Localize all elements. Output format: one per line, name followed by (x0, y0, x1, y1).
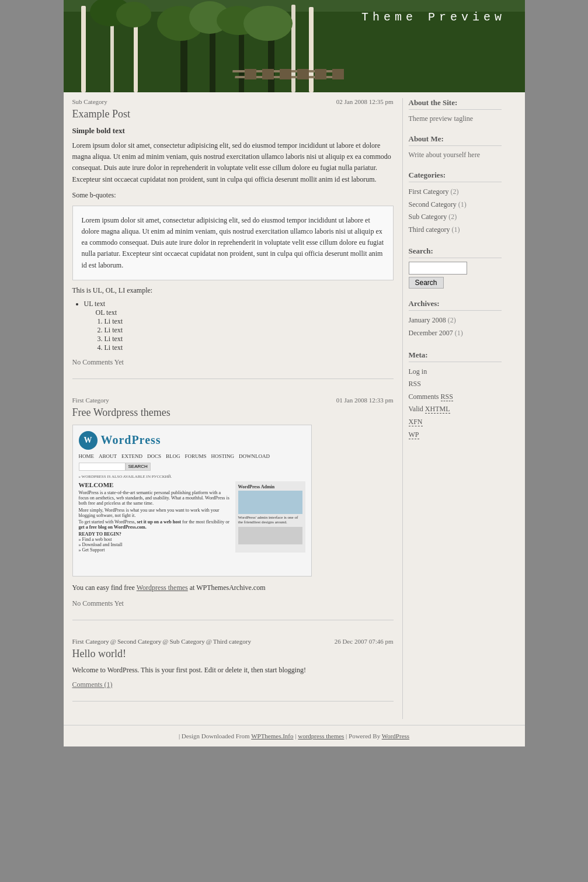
post-blockquote: Lorem ipsum dolor sit amet, consectetur … (72, 206, 394, 280)
site-footer: | Design Downloaded From WPThemes.Info |… (64, 725, 525, 746)
meta-xfn[interactable]: XFN (409, 416, 502, 429)
wp-ready: READY TO BEGIN? (79, 532, 231, 537)
meta-comments-rss[interactable]: Comments RSS (409, 391, 502, 404)
wp-search[interactable]: SEARCH (79, 463, 151, 471)
wp-admin-img (238, 491, 302, 514)
wp-tagline: » WORDPRESS IS ALSO AVAILABLE IN РУССКИЙ… (79, 474, 172, 479)
list-item: OL text (96, 308, 394, 317)
search-button[interactable]: Search (409, 277, 444, 289)
post-title-1[interactable]: Example Post (72, 108, 394, 120)
wp-left-content: WELCOME WordPress is a state-of-the-art … (79, 481, 231, 553)
search-input[interactable] (409, 262, 467, 275)
list-item: Li text (105, 326, 394, 335)
svg-rect-19 (245, 69, 256, 79)
search-section: Search: Search (409, 246, 502, 289)
meta-section: Meta: Log in RSS Comments RSS Valid XHTM… (409, 350, 502, 442)
main-content: Sub Category 02 Jan 2008 12:35 pm Exampl… (64, 98, 402, 719)
post-hello-world: First Category@ Second Category@ Sub Cat… (72, 638, 394, 702)
wp-admin-title: WordPress Admin (238, 484, 302, 489)
header-image: Theme Preview (64, 0, 525, 92)
post-body-text-2b: at WPThemesArchive.com (190, 584, 266, 592)
wp-search-button[interactable]: SEARCH (126, 463, 151, 471)
archive-jan2008[interactable]: January 2008 (2) (409, 314, 502, 327)
comments-link-3[interactable]: Comments (1) (72, 680, 394, 689)
post-bold-text: Simple bold text (72, 126, 394, 136)
wp-admin-desc: WordPress' admin interface is one of the… (238, 515, 302, 525)
wp-logo-row: W WordPress (79, 431, 161, 450)
footer-link2[interactable]: wordpress themes (298, 732, 344, 739)
about-me-heading: About Me: (409, 134, 502, 146)
post-date-2: 01 Jan 2008 12:33 pm (336, 397, 394, 404)
svg-point-14 (243, 6, 293, 41)
svg-rect-21 (280, 69, 291, 79)
post-date-1: 02 Jan 2008 12:35 pm (336, 98, 394, 105)
categories-heading: Categories: (409, 171, 502, 182)
post-title-3[interactable]: Hello world! (72, 648, 394, 660)
wp-steps: » Find a web host» Download and Install»… (79, 537, 231, 553)
wp-desc2: More simply, WordPress is what you use w… (79, 508, 231, 518)
post-category-1: Sub Category (72, 98, 107, 105)
wp-welcome: WELCOME (79, 481, 231, 488)
post-title-link-1[interactable]: Example Post (72, 108, 131, 120)
svg-rect-23 (315, 69, 326, 79)
cat-link-second[interactable]: Second Category (117, 638, 161, 645)
category-third[interactable]: Third category (1) (409, 224, 502, 237)
meta-login[interactable]: Log in (409, 366, 502, 379)
svg-text:Theme Preview: Theme Preview (361, 11, 506, 24)
no-comments-1: No Comments Yet (72, 358, 394, 367)
archives-heading: Archives: (409, 299, 502, 311)
category-first[interactable]: First Category (2) (409, 186, 502, 199)
post-title-2[interactable]: Free Wordpress themes (72, 407, 394, 419)
wp-theme-img (238, 527, 302, 544)
about-site-section: About the Site: Theme preview tagline (409, 98, 502, 124)
wp-logo-text: WordPress (101, 433, 161, 447)
sidebar: About the Site: Theme preview tagline Ab… (402, 98, 507, 719)
categories-section: Categories: First Category (2) Second Ca… (409, 171, 502, 236)
wp-themes-link[interactable]: Wordpress themes (137, 584, 188, 592)
post-body-2: You can easy find free Wordpress themes … (72, 582, 394, 593)
meta-wp[interactable]: WP (409, 429, 502, 442)
svg-point-16 (116, 2, 151, 27)
blockquote-text: Lorem ipsum dolor sit amet, consectetur … (82, 215, 384, 271)
wp-logo-icon: W (79, 431, 98, 450)
about-me-section: About Me: Write about yourself here (409, 134, 502, 160)
wp-desc: WordPress is a state-of-the-art semantic… (79, 490, 231, 506)
svg-rect-22 (297, 69, 309, 79)
post-example: Sub Category 02 Jan 2008 12:35 pm Exampl… (72, 98, 394, 379)
cat-link-sub[interactable]: Sub Category (169, 638, 204, 645)
list-item: Li text (105, 317, 394, 326)
post-body-text-2: You can easy find free (72, 584, 135, 592)
about-site-heading: About the Site: (409, 98, 502, 110)
footer-link3[interactable]: WordPress (382, 732, 409, 739)
archive-dec2007[interactable]: December 2007 (1) (409, 327, 502, 340)
cat-link-third[interactable]: Third category (213, 638, 251, 645)
site-header: Theme Preview (64, 0, 525, 92)
wp-search-input[interactable] (79, 463, 126, 471)
meta-rss[interactable]: RSS (409, 378, 502, 391)
post-wordpress: First Category 01 Jan 2008 12:33 pm Free… (72, 397, 394, 620)
footer-link1[interactable]: WPThemes.Info (251, 732, 293, 739)
wp-desc3: To get started with WordPress, set it up… (79, 519, 231, 530)
post-meta-2: First Category 01 Jan 2008 12:33 pm (72, 397, 394, 404)
list-item: UL text (84, 300, 394, 308)
post-title-link-3[interactable]: Hello world! (72, 648, 126, 659)
wp-nav: HOMEABOUTEXTENDDOCSBLOGFORUMSHOSTINGDOWN… (79, 453, 270, 459)
footer-text2: | (295, 732, 296, 739)
wp-content-area: WELCOME WordPress is a state-of-the-art … (79, 481, 305, 553)
category-second[interactable]: Second Category (1) (409, 199, 502, 211)
svg-rect-24 (332, 69, 344, 79)
ul-label: This is UL, OL, LI example: (72, 286, 394, 295)
cat-link-first[interactable]: First Category (72, 638, 109, 645)
meta-xhtml[interactable]: Valid XHTML (409, 403, 502, 416)
svg-rect-2 (81, 6, 86, 92)
no-comments-2: No Comments Yet (72, 599, 394, 608)
wp-right-content: WordPress Admin WordPress' admin interfa… (235, 481, 305, 553)
footer-text3: | Powered By (346, 732, 380, 739)
category-sub[interactable]: Sub Category (2) (409, 211, 502, 224)
search-heading: Search: (409, 246, 502, 258)
post-date-3: 26 Dec 2007 07:46 pm (335, 638, 394, 645)
post-meta-3: First Category@ Second Category@ Sub Cat… (72, 638, 394, 645)
bquote-label: Some b-quotes: (72, 191, 394, 200)
post-title-link-2[interactable]: Free Wordpress themes (72, 407, 171, 418)
svg-rect-9 (291, 5, 295, 92)
